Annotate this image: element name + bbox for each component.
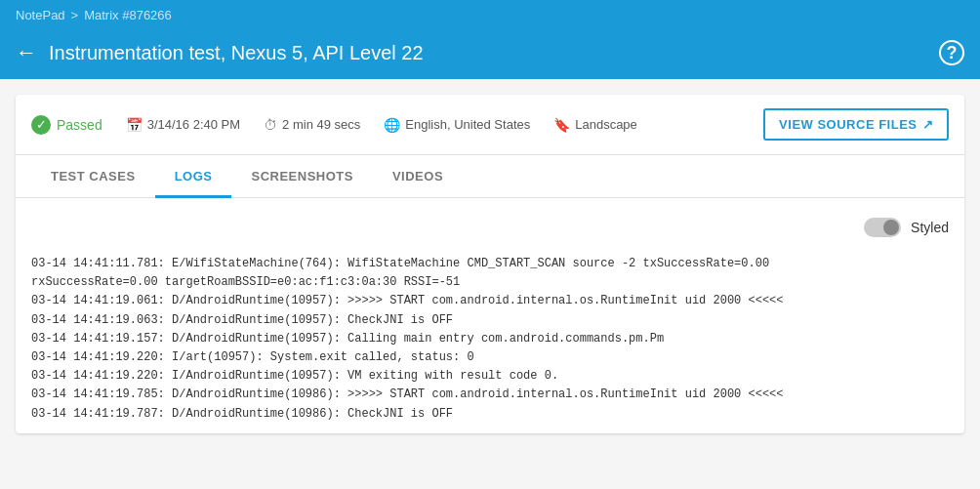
clock-icon: ⏱: [264, 117, 277, 133]
back-button[interactable]: ←: [16, 42, 37, 63]
globe-icon: 🌐: [384, 117, 400, 133]
calendar-icon: 📅: [126, 117, 143, 133]
passed-label: Passed: [57, 117, 102, 133]
toggle-knob: [883, 220, 899, 235]
status-passed: ✓ Passed: [31, 115, 102, 135]
top-bar: NotePad > Matrix #876266: [0, 0, 980, 30]
log-output: 03-14 14:41:11.781: E/WifiStateMachine(7…: [31, 245, 949, 433]
breadcrumb-app: NotePad: [16, 8, 65, 22]
locale-label: English, United States: [405, 117, 530, 132]
check-circle-icon: ✓: [31, 115, 51, 135]
breadcrumb-separator: >: [71, 8, 79, 22]
help-icon[interactable]: ?: [939, 40, 964, 65]
external-link-icon: ↗: [922, 117, 934, 132]
view-source-button[interactable]: VIEW SOURCE FILES ↗: [763, 108, 949, 141]
breadcrumb: NotePad > Matrix #876266: [16, 8, 172, 22]
page-header: ← Instrumentation test, Nexus 5, API Lev…: [0, 30, 980, 79]
tab-test-cases[interactable]: TEST CASES: [31, 155, 155, 198]
view-source-label: VIEW SOURCE FILES: [779, 117, 917, 132]
orientation-meta: 🔖 Landscape: [553, 117, 637, 133]
tab-screenshots[interactable]: SCREENSHOTS: [231, 155, 372, 198]
orientation-icon: 🔖: [553, 117, 570, 133]
main-card: ✓ Passed 📅 3/14/16 2:40 PM ⏱ 2 min 49 se…: [16, 95, 964, 433]
page-title: Instrumentation test, Nexus 5, API Level…: [49, 42, 927, 64]
log-container: Styled 03-14 14:41:11.781: E/WifiStateMa…: [16, 198, 964, 433]
locale-meta: 🌐 English, United States: [384, 117, 530, 133]
tab-videos[interactable]: VIDEOS: [373, 155, 463, 198]
date-label: 3/14/16 2:40 PM: [147, 117, 240, 132]
tab-logs[interactable]: LOGS: [155, 155, 232, 198]
date-meta: 📅 3/14/16 2:40 PM: [126, 117, 240, 133]
orientation-label: Landscape: [575, 117, 637, 132]
duration-meta: ⏱ 2 min 49 secs: [264, 117, 360, 133]
styled-toggle[interactable]: [864, 218, 901, 237]
status-row: ✓ Passed 📅 3/14/16 2:40 PM ⏱ 2 min 49 se…: [16, 95, 964, 155]
duration-label: 2 min 49 secs: [282, 117, 360, 132]
styled-label: Styled: [911, 220, 949, 235]
breadcrumb-matrix: Matrix #876266: [84, 8, 172, 22]
tab-bar: TEST CASES LOGS SCREENSHOTS VIDEOS: [16, 155, 964, 198]
log-toolbar: Styled: [31, 210, 949, 245]
